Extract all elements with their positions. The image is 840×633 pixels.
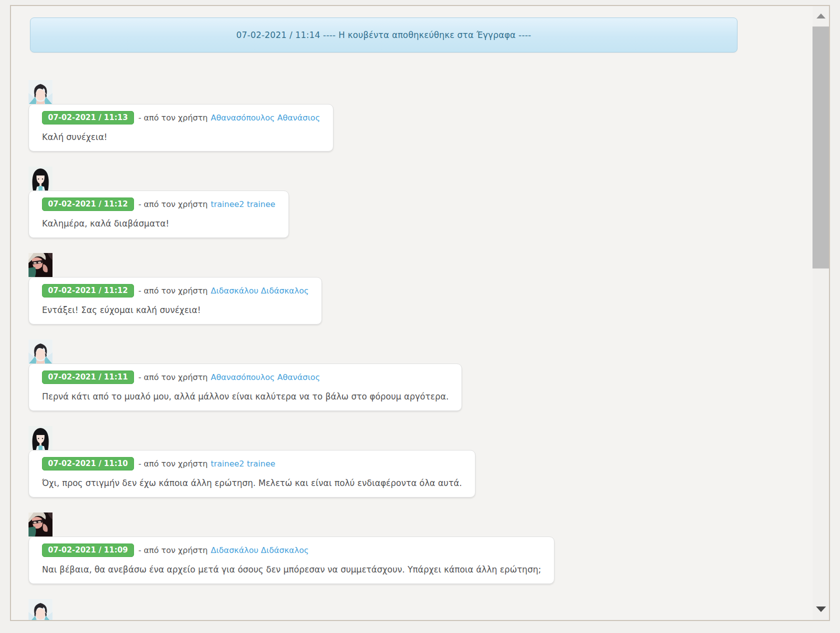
saved-notice-banner: 07-02-2021 / 11:14 ---- Η κουβέντα αποθη… — [30, 18, 738, 52]
chat-message: 07-02-2021 / 11:12 - από τον χρήστη trai… — [28, 166, 799, 238]
avatar-girl-icon — [28, 426, 52, 450]
from-user-label: - από τον χρήστη — [138, 459, 208, 468]
user-avatar — [28, 166, 52, 190]
chat-content: 07-02-2021 / 11:14 ---- Η κουβέντα αποθη… — [11, 6, 829, 621]
user-avatar — [28, 512, 52, 536]
user-avatar — [28, 599, 52, 621]
avatar-man-icon — [28, 253, 52, 277]
chat-message-partial — [28, 599, 799, 621]
message-text: Περνά κάτι από το μυαλό μου, αλλά μάλλον… — [42, 390, 448, 403]
scrollbar[interactable] — [812, 6, 829, 620]
from-user-label: - από τον χρήστη — [138, 546, 208, 555]
avatar-girl-icon — [28, 166, 52, 190]
timestamp-badge: 07-02-2021 / 11:12 — [42, 284, 134, 298]
message-bubble: 07-02-2021 / 11:12 - από τον χρήστη trai… — [28, 190, 289, 238]
message-text: Εντάξει! Σας εύχομαι καλή συνέχεια! — [42, 304, 308, 316]
user-link[interactable]: Διδασκάλου Διδάσκαλος — [210, 546, 308, 555]
timestamp-badge: 07-02-2021 / 11:10 — [42, 457, 134, 470]
message-bubble: 07-02-2021 / 11:13 - από τον χρήστη Αθαν… — [28, 104, 334, 152]
scrollbar-thumb[interactable] — [812, 26, 829, 268]
avatar-boy-icon — [28, 599, 52, 621]
message-text: Όχι, προς στιγμήν δεν έχω κάποια άλλη ερ… — [42, 477, 462, 490]
avatar-man-icon — [28, 512, 52, 536]
scroll-down-arrow-icon — [816, 606, 826, 612]
user-link[interactable]: Αθανασόπουλος Αθανάσιος — [210, 113, 320, 122]
saved-notice-text: 07-02-2021 / 11:14 ---- Η κουβέντα αποθη… — [236, 30, 532, 40]
user-avatar — [28, 80, 52, 104]
avatar-boy-icon — [28, 80, 52, 104]
user-link[interactable]: Διδασκάλου Διδάσκαλος — [210, 286, 308, 296]
scroll-down-button[interactable] — [812, 599, 829, 619]
timestamp-badge: 07-02-2021 / 11:13 — [42, 111, 134, 124]
from-user-label: - από τον χρήστη — [138, 286, 208, 296]
from-user-label: - από τον χρήστη — [138, 113, 208, 122]
chat-message: 07-02-2021 / 11:12 - από τον χρήστη Διδα… — [28, 253, 799, 324]
message-meta: 07-02-2021 / 11:11 - από τον χρήστη Αθαν… — [42, 370, 448, 384]
scroll-up-arrow-icon — [816, 14, 826, 18]
message-meta: 07-02-2021 / 11:13 - από τον χρήστη Αθαν… — [42, 111, 320, 124]
timestamp-badge: 07-02-2021 / 11:09 — [42, 544, 134, 557]
scroll-up-button[interactable] — [812, 6, 829, 26]
message-text: Καλημέρα, καλά διαβάσματα! — [42, 218, 276, 230]
chat-message: 07-02-2021 / 11:11 - από τον χρήστη Αθαν… — [28, 340, 799, 411]
message-meta: 07-02-2021 / 11:12 - από τον χρήστη trai… — [42, 198, 276, 211]
user-link[interactable]: trainee2 trainee — [210, 200, 275, 209]
avatar-boy-icon — [28, 340, 52, 364]
from-user-label: - από τον χρήστη — [138, 372, 208, 382]
user-link[interactable]: Αθανασόπουλος Αθανάσιος — [210, 372, 320, 382]
message-meta: 07-02-2021 / 11:10 - από τον χρήστη trai… — [42, 457, 462, 470]
chat-message: 07-02-2021 / 11:13 - από τον χρήστη Αθαν… — [28, 80, 799, 152]
message-text: Καλή συνέχεια! — [42, 131, 320, 144]
message-text: Ναι βέβαια, θα ανεβάσω ένα αρχείο μετά γ… — [42, 564, 541, 576]
message-meta: 07-02-2021 / 11:12 - από τον χρήστη Διδα… — [42, 284, 308, 298]
user-avatar — [28, 340, 52, 364]
message-bubble: 07-02-2021 / 11:10 - από τον χρήστη trai… — [28, 450, 476, 498]
from-user-label: - από τον χρήστη — [138, 200, 208, 209]
timestamp-badge: 07-02-2021 / 11:11 — [42, 370, 134, 384]
timestamp-badge: 07-02-2021 / 11:12 — [42, 198, 134, 211]
message-bubble: 07-02-2021 / 11:11 - από τον χρήστη Αθαν… — [28, 364, 462, 411]
message-meta: 07-02-2021 / 11:09 - από τον χρήστη Διδα… — [42, 544, 541, 557]
message-list: 07-02-2021 / 11:13 - από τον χρήστη Αθαν… — [28, 80, 799, 621]
message-bubble: 07-02-2021 / 11:09 - από τον χρήστη Διδα… — [28, 536, 554, 584]
user-avatar — [28, 253, 52, 277]
user-link[interactable]: trainee2 trainee — [210, 459, 275, 468]
chat-message: 07-02-2021 / 11:09 - από τον χρήστη Διδα… — [28, 512, 799, 584]
message-bubble: 07-02-2021 / 11:12 - από τον χρήστη Διδα… — [28, 277, 322, 324]
user-avatar — [28, 426, 52, 450]
chat-history-panel: 07-02-2021 / 11:14 ---- Η κουβέντα αποθη… — [10, 5, 830, 621]
chat-message: 07-02-2021 / 11:10 - από τον χρήστη trai… — [28, 426, 799, 498]
